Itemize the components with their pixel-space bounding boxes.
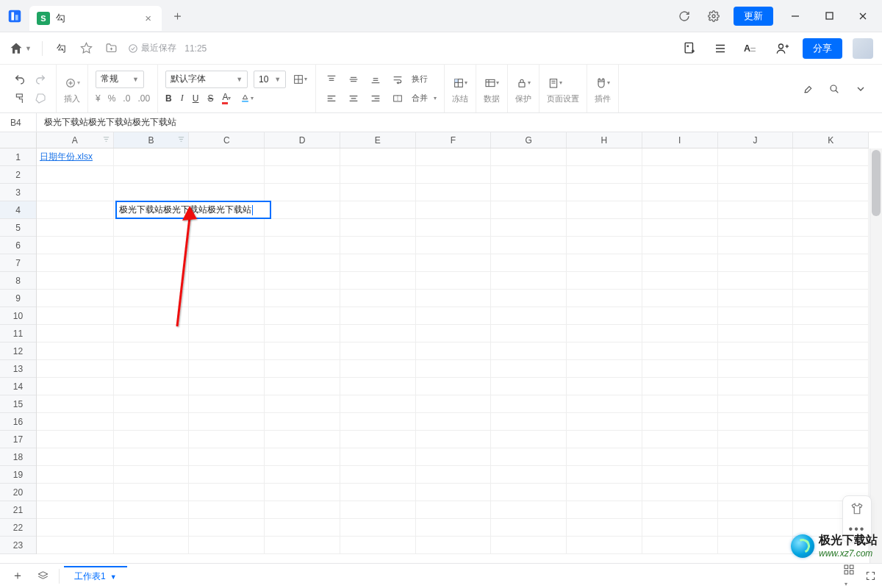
cell[interactable]: [37, 325, 114, 342]
cell[interactable]: [567, 537, 642, 553]
page-setup-icon[interactable]: ▾: [547, 75, 563, 91]
align-center-icon[interactable]: [345, 90, 362, 107]
document-tab[interactable]: S 勾 ×: [29, 6, 162, 31]
cell[interactable]: [718, 395, 794, 412]
cell[interactable]: [340, 448, 416, 465]
cell[interactable]: [416, 272, 492, 289]
cell[interactable]: [718, 343, 794, 359]
cell[interactable]: [340, 272, 416, 289]
window-close-button[interactable]: [847, 0, 879, 32]
col-header-A[interactable]: A: [37, 132, 114, 148]
cell[interactable]: [491, 307, 567, 324]
cell[interactable]: [642, 184, 718, 201]
filter-icon[interactable]: [102, 135, 110, 143]
cell[interactable]: [567, 360, 642, 377]
cell[interactable]: [793, 325, 869, 342]
add-sheet-button[interactable]: ＋: [6, 566, 29, 587]
cell[interactable]: [189, 254, 265, 271]
cell[interactable]: [189, 148, 265, 165]
cell[interactable]: [265, 378, 340, 395]
col-header-B[interactable]: B: [114, 132, 190, 148]
update-button[interactable]: 更新: [734, 7, 773, 26]
valign-mid-icon[interactable]: [345, 71, 362, 87]
row-header-12[interactable]: 12: [0, 343, 36, 360]
cell[interactable]: [189, 519, 265, 536]
cell[interactable]: [114, 166, 190, 183]
cell[interactable]: [114, 148, 190, 165]
merge-icon[interactable]: [390, 90, 406, 107]
scroll-thumb[interactable]: [872, 150, 881, 216]
row-header-2[interactable]: 2: [0, 166, 36, 184]
cell[interactable]: [642, 290, 718, 306]
cell[interactable]: [340, 378, 416, 395]
link-icon[interactable]: [800, 81, 816, 97]
cell[interactable]: [114, 519, 190, 536]
cell[interactable]: [567, 484, 642, 501]
cell[interactable]: [718, 325, 794, 342]
cell[interactable]: [567, 290, 642, 306]
cell[interactable]: [340, 148, 416, 165]
sheet-tab[interactable]: 工作表1▼: [64, 566, 127, 587]
italic-button[interactable]: I: [181, 90, 184, 107]
cell[interactable]: [114, 343, 190, 359]
cell[interactable]: [340, 537, 416, 553]
cell[interactable]: [642, 307, 718, 324]
share-button[interactable]: 分享: [803, 38, 842, 59]
cell[interactable]: [189, 166, 265, 183]
cell[interactable]: [37, 219, 114, 236]
cell[interactable]: [718, 272, 794, 289]
cell[interactable]: [189, 537, 265, 553]
cell[interactable]: [265, 166, 340, 183]
cell[interactable]: [642, 360, 718, 377]
cell[interactable]: [189, 343, 265, 359]
cell[interactable]: [642, 378, 718, 395]
col-header-E[interactable]: E: [340, 132, 416, 148]
cell[interactable]: [189, 431, 265, 448]
cell[interactable]: [265, 237, 340, 254]
decimal-icon[interactable]: .0: [123, 90, 130, 107]
cell[interactable]: [567, 343, 642, 359]
cell[interactable]: [340, 466, 416, 483]
cell[interactable]: [718, 448, 794, 465]
cell[interactable]: [114, 219, 190, 236]
col-header-C[interactable]: C: [189, 132, 265, 148]
cell[interactable]: [718, 466, 794, 483]
cell[interactable]: [189, 448, 265, 465]
cell[interactable]: [642, 254, 718, 271]
cell[interactable]: [491, 166, 567, 183]
row-header-20[interactable]: 20: [0, 484, 36, 501]
cell[interactable]: [340, 219, 416, 236]
cell[interactable]: [114, 360, 190, 377]
cell[interactable]: [265, 519, 340, 536]
cell[interactable]: [793, 290, 869, 306]
text-format-icon[interactable]: A——: [741, 38, 761, 59]
cell[interactable]: [37, 184, 114, 201]
row-header-19[interactable]: 19: [0, 466, 36, 484]
cell[interactable]: [642, 448, 718, 465]
cell[interactable]: [416, 360, 492, 377]
row-header-6[interactable]: 6: [0, 237, 36, 254]
cell[interactable]: [416, 537, 492, 553]
row-header-1[interactable]: 1: [0, 148, 36, 166]
col-header-J[interactable]: J: [718, 132, 794, 148]
cell[interactable]: [114, 501, 190, 518]
new-tab-button[interactable]: ＋: [166, 5, 188, 27]
cell[interactable]: [567, 307, 642, 324]
cell[interactable]: [718, 537, 794, 553]
cell[interactable]: [491, 343, 567, 359]
cell[interactable]: [718, 413, 794, 430]
cell[interactable]: [189, 466, 265, 483]
cell[interactable]: [265, 395, 340, 412]
cell[interactable]: [793, 466, 869, 483]
cell[interactable]: [37, 537, 114, 553]
cell[interactable]: [718, 484, 794, 501]
cell[interactable]: [793, 448, 869, 465]
cell[interactable]: [491, 201, 567, 218]
cell[interactable]: [189, 484, 265, 501]
cell[interactable]: [793, 395, 869, 412]
cell[interactable]: [718, 307, 794, 324]
valign-top-icon[interactable]: [323, 71, 340, 87]
cell[interactable]: [37, 201, 114, 218]
cell[interactable]: [416, 290, 492, 306]
cell[interactable]: [340, 201, 416, 218]
